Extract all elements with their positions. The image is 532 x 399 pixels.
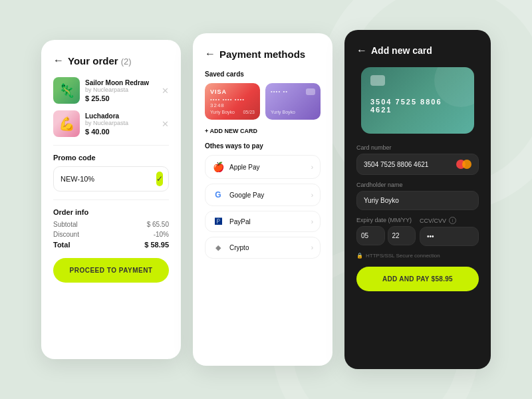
ccv-label: CCV/CVV [420, 217, 446, 224]
item-author-1: by Nuclearpasta [85, 86, 156, 93]
item-image-luchadora: 💪 [53, 110, 80, 137]
other-ways-label: Othes ways to pay [205, 142, 321, 150]
card-number-input[interactable]: 3504 7525 8806 4621 [356, 154, 479, 175]
order-info-label: Order info [53, 208, 169, 216]
order-row-subtotal: Subtotal $ 65.50 [53, 221, 169, 228]
saved-cards-list: VISA •••• •••• •••• 3248 Yuriy Boyko 05/… [205, 83, 321, 120]
order-item-2: 💪 Luchadora by Nuclearpasta $ 40.00 ✕ [53, 110, 169, 137]
pay-option-crypto[interactable]: ◆ Crypto › [205, 237, 321, 259]
card-chip-preview [370, 75, 385, 86]
discount-label: Discount [53, 231, 79, 238]
ccv-label-row: CCV/CVV i [420, 217, 479, 224]
proceed-button[interactable]: PROCEED TO PAYMENT [53, 258, 169, 283]
paypal-icon: 🅿 [212, 217, 224, 225]
google-pay-arrow: › [311, 192, 313, 199]
saved-card-visa[interactable]: VISA •••• •••• •••• 3248 Yuriy Boyko 05/… [205, 83, 260, 120]
ccv-value: ••• [427, 233, 434, 240]
back-arrow-addcard[interactable]: ← [356, 45, 367, 57]
expiry-month: 05 [361, 232, 368, 239]
subtotal-value: $ 65.50 [147, 221, 169, 228]
ccv-info-icon[interactable]: i [449, 217, 456, 224]
divider-1 [53, 145, 169, 146]
order-row-total: Total $ 58.95 [53, 241, 169, 249]
payment-header: ← Payment methods [205, 48, 321, 60]
cardholder-label: Cardholder name [356, 182, 403, 188]
promo-check-button[interactable]: ✓ [156, 172, 163, 186]
back-arrow-payment[interactable]: ← [205, 48, 215, 60]
remove-item-2[interactable]: ✕ [162, 119, 169, 129]
card-number-label-row: Card number [356, 144, 479, 151]
add-card-panel: ← Add new card 3504 7525 8806 4621 Card … [344, 30, 491, 369]
add-card-title: Add new card [371, 45, 432, 56]
item-price-2: $ 40.00 [85, 128, 156, 136]
crypto-arrow: › [311, 244, 313, 251]
order-item-1: 🦎 Sailor Moon Redraw by Nuclearpasta $ 2… [53, 77, 169, 104]
google-pay-label: Google Pay [229, 192, 306, 199]
cardholder-input[interactable]: Yuriy Boyko [356, 191, 479, 210]
apple-pay-icon: 🍎 [212, 162, 224, 172]
expiry-year: 22 [392, 232, 400, 239]
card-number-visa: •••• •••• •••• 3248 [210, 96, 255, 108]
order-title: Your order (2) [68, 55, 132, 66]
pay-option-apple[interactable]: 🍎 Apple Pay › [205, 155, 321, 179]
order-panel: ← Your order (2) 🦎 Sailor Moon Redraw by… [41, 40, 181, 359]
pay-option-paypal[interactable]: 🅿 PayPal › [205, 211, 321, 232]
discount-value: -10% [154, 231, 169, 238]
item-info-sailor: Sailor Moon Redraw by Nuclearpasta $ 25.… [85, 79, 156, 102]
remove-item-1[interactable]: ✕ [162, 86, 169, 96]
divider-2 [53, 200, 169, 200]
card-expiry-visa: 05/23 [243, 110, 255, 114]
expiry-year-input[interactable]: 22 [388, 226, 416, 245]
subtotal-label: Subtotal [53, 221, 78, 228]
back-arrow-order[interactable]: ← [53, 55, 64, 66]
promo-input-wrap: ✓ [53, 166, 169, 192]
total-value: $ 58.95 [144, 241, 169, 249]
expiry-col: Expiry date (MM/YY) 05 22 [356, 210, 416, 246]
order-header: ← Your order (2) [53, 55, 169, 66]
cardholder-label-row: Cardholder name [356, 182, 479, 188]
card-brand-visa: VISA [210, 88, 255, 95]
item-price-1: $ 25.50 [85, 94, 156, 102]
add-new-card-button[interactable]: + ADD NEW CARD [205, 128, 321, 134]
item-image-sailor: 🦎 [53, 77, 80, 104]
item-name-1: Sailor Moon Redraw [85, 79, 156, 86]
pay-option-google[interactable]: G Google Pay › [205, 184, 321, 206]
total-label: Total [53, 241, 70, 249]
apple-pay-arrow: › [311, 164, 313, 171]
ccv-input[interactable]: ••• [420, 227, 479, 246]
item-name-2: Luchadora [85, 112, 156, 120]
card-chip-purple [306, 88, 315, 95]
card-preview: 3504 7525 8806 4621 [361, 67, 474, 134]
crypto-label: Crypto [229, 244, 306, 251]
lock-icon: 🔒 [356, 253, 363, 259]
add-pay-button[interactable]: ADD AND PAY $58.95 [356, 267, 479, 291]
paypal-label: PayPal [229, 218, 306, 225]
payment-title: Payment methods [219, 49, 305, 60]
card-name-purple: Yuriy Boyko [271, 110, 315, 114]
ssl-text: HTTPS/SSL Secure connection [366, 253, 440, 259]
google-pay-icon: G [212, 190, 224, 200]
expiry-month-input[interactable]: 05 [356, 226, 385, 245]
saved-cards-label: Saved cards [205, 70, 321, 78]
mastercard-icon [456, 160, 471, 169]
item-author-2: by Nuclearpasta [85, 120, 156, 126]
promo-input[interactable] [61, 175, 152, 183]
add-card-header: ← Add new card [356, 45, 479, 57]
apple-pay-label: Apple Pay [229, 164, 306, 171]
ssl-note: 🔒 HTTPS/SSL Secure connection [356, 253, 479, 259]
expiry-ccv-row: Expiry date (MM/YY) 05 22 CCV/CVV i ••• [356, 210, 479, 246]
saved-card-purple[interactable]: •••• •• Yuriy Boyko [265, 83, 321, 120]
expiry-label: Expiry date (MM/YY) [356, 217, 412, 223]
ccv-col: CCV/CVV i ••• [420, 210, 479, 246]
item-info-luchadora: Luchadora by Nuclearpasta $ 40.00 [85, 112, 156, 136]
card-preview-number: 3504 7525 8806 4621 [370, 98, 465, 114]
crypto-icon: ◆ [212, 243, 224, 252]
promo-label: Promo code [53, 154, 169, 162]
card-number-display: 3504 7525 8806 4621 [364, 161, 428, 168]
card-number-label: Card number [356, 144, 392, 151]
cardholder-display: Yuriy Boyko [364, 197, 399, 204]
order-count: (2) [121, 57, 132, 66]
expiry-inputs: 05 22 [356, 226, 416, 245]
paypal-arrow: › [311, 218, 313, 225]
order-row-discount: Discount -10% [53, 231, 169, 238]
